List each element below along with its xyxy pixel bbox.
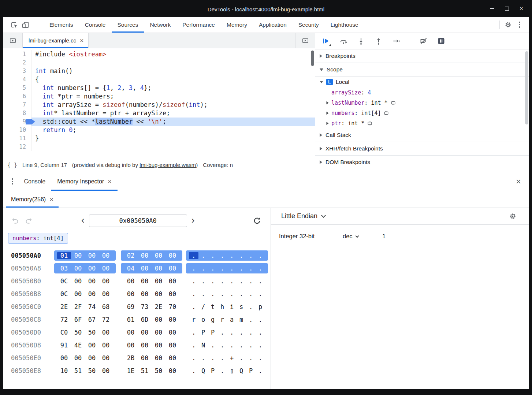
ascii-char[interactable]: .	[237, 342, 246, 349]
hex-byte[interactable]: 50	[71, 329, 85, 336]
tab-memory[interactable]: Memory	[221, 17, 253, 33]
ascii-char[interactable]: .	[208, 354, 217, 362]
ascii-char[interactable]: .	[217, 354, 227, 362]
hex-byte[interactable]: 0C	[57, 290, 71, 298]
ascii-char[interactable]: .	[237, 329, 246, 336]
line-number[interactable]: 6	[3, 92, 31, 101]
hex-byte[interactable]: 72	[57, 316, 71, 323]
hex-byte[interactable]: 50	[85, 367, 99, 374]
ascii-char[interactable]: .	[256, 265, 265, 272]
line-number[interactable]: 5	[3, 84, 31, 92]
ascii-char[interactable]: .	[246, 265, 256, 272]
next-page-icon[interactable]: ›	[191, 215, 195, 225]
ascii-char[interactable]: .	[198, 354, 208, 362]
code-text[interactable]: {	[31, 75, 315, 84]
debugger-overlay-toggle-icon[interactable]	[295, 33, 315, 48]
hex-byte[interactable]: 4E	[71, 342, 85, 349]
history-forward-icon[interactable]	[25, 217, 32, 224]
hex-byte[interactable]: 00	[85, 290, 99, 298]
ascii-char[interactable]: .	[189, 342, 198, 349]
hex-byte[interactable]: 00	[138, 290, 152, 298]
file-tab-close-icon[interactable]: ×	[80, 37, 84, 44]
tab-performance[interactable]: Performance	[176, 17, 221, 33]
line-number[interactable]: 4	[3, 75, 31, 84]
line-number[interactable]: 8	[3, 109, 31, 118]
hex-byte[interactable]: 00	[99, 290, 113, 298]
hex-byte[interactable]: 00	[124, 342, 138, 349]
hex-byte[interactable]: 67	[85, 316, 99, 323]
hex-byte[interactable]: 00	[71, 277, 85, 285]
ascii-char[interactable]: o	[198, 316, 208, 323]
ascii-char[interactable]: .	[217, 252, 227, 259]
editor-scrollbar[interactable]	[311, 51, 314, 66]
hex-byte[interactable]: 50	[85, 329, 99, 336]
ascii-char[interactable]: r	[189, 316, 198, 323]
hex-byte[interactable]: 00	[99, 265, 113, 272]
ascii-char[interactable]: .	[246, 290, 256, 298]
ascii-char[interactable]: s	[237, 303, 246, 310]
expand-arrow-icon[interactable]	[327, 112, 329, 115]
ascii-char[interactable]: .	[189, 329, 198, 336]
hex-byte[interactable]: 6F	[71, 316, 85, 323]
hex-byte[interactable]: 00	[138, 354, 152, 362]
hex-byte[interactable]: 73	[138, 303, 152, 310]
ascii-char[interactable]: .	[217, 277, 227, 285]
ascii-char[interactable]: .	[189, 265, 198, 272]
line-number[interactable]: 7	[3, 101, 31, 109]
hex-byte[interactable]: 0C	[57, 277, 71, 285]
tab-security[interactable]: Security	[293, 17, 325, 33]
hex-byte[interactable]: 00	[152, 329, 165, 336]
ascii-char[interactable]: m	[237, 316, 246, 323]
ascii-char[interactable]: .	[256, 354, 265, 362]
call-stack-section-header[interactable]: Call Stack	[315, 128, 529, 142]
tab-console[interactable]: Console	[79, 17, 112, 33]
hex-byte[interactable]: 00	[138, 277, 152, 285]
ascii-char[interactable]: .	[227, 265, 237, 272]
code-text[interactable]: std::cout << *lastNumber << '\n';	[31, 118, 315, 126]
tab-application[interactable]: Application	[253, 17, 293, 33]
hex-byte[interactable]: 00	[71, 252, 85, 259]
hex-byte[interactable]: 00	[85, 277, 99, 285]
hex-byte[interactable]: 00	[71, 290, 85, 298]
code-text[interactable]	[31, 59, 315, 67]
hex-byte[interactable]: 10	[57, 367, 71, 374]
scope-variable[interactable]: lastNumber : int *	[315, 98, 529, 108]
device-toolbar-icon[interactable]	[20, 19, 31, 31]
drawer-close-icon[interactable]: ×	[516, 177, 521, 186]
hex-byte[interactable]: 50	[152, 367, 165, 374]
ascii-char[interactable]: .	[246, 354, 256, 362]
code-text[interactable]: int *ptr = numbers;	[31, 92, 315, 101]
ascii-char[interactable]: P	[198, 329, 208, 336]
hex-byte[interactable]: 00	[138, 342, 152, 349]
hex-byte[interactable]: 61	[124, 316, 138, 323]
refresh-icon[interactable]	[253, 217, 261, 225]
hex-byte[interactable]: 74	[85, 303, 99, 310]
hex-byte[interactable]: 00	[152, 342, 165, 349]
ascii-char[interactable]: .	[256, 329, 265, 336]
ascii-char[interactable]: p	[256, 303, 265, 310]
ascii-char[interactable]: r	[217, 316, 227, 323]
ascii-char[interactable]: .	[256, 342, 265, 349]
ascii-char[interactable]: Q	[198, 367, 208, 374]
ascii-char[interactable]: .	[198, 277, 208, 285]
hex-byte[interactable]: 6D	[138, 316, 152, 323]
maximize-button[interactable]	[504, 6, 509, 11]
ascii-char[interactable]: .	[237, 290, 246, 298]
ascii-char[interactable]: .	[189, 277, 198, 285]
inspect-element-icon[interactable]	[8, 19, 20, 31]
ascii-char[interactable]: .	[246, 329, 256, 336]
ascii-char[interactable]: .	[227, 252, 237, 259]
ascii-char[interactable]: Q	[237, 367, 246, 374]
breakpoints-section-header[interactable]: Breakpoints	[315, 49, 529, 63]
minimize-button[interactable]	[490, 6, 495, 11]
tab-console[interactable]: Console	[18, 172, 52, 191]
hex-byte[interactable]: 69	[124, 303, 138, 310]
hex-byte[interactable]: 00	[165, 367, 179, 374]
history-back-icon[interactable]	[12, 217, 19, 224]
ascii-char[interactable]: .	[189, 367, 198, 374]
dom-breakpoints-section-header[interactable]: DOM Breakpoints	[315, 156, 529, 169]
memory-chip-icon[interactable]	[390, 100, 396, 106]
format-braces-icon[interactable]: { }	[7, 162, 17, 168]
sidebar-scrollbar[interactable]	[525, 51, 528, 124]
hex-byte[interactable]: 00	[165, 252, 179, 259]
